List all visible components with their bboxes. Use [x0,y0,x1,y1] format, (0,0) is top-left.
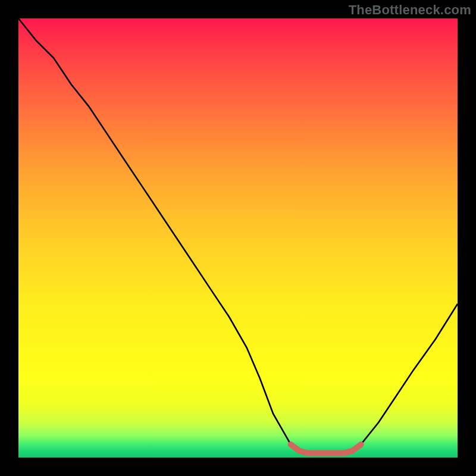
bottleneck-curve [18,18,458,453]
chart-frame: TheBottleneck.com [0,0,476,476]
watermark-text: TheBottleneck.com [349,2,471,18]
chart-svg [18,18,458,458]
optimal-region-highlight [291,444,361,453]
